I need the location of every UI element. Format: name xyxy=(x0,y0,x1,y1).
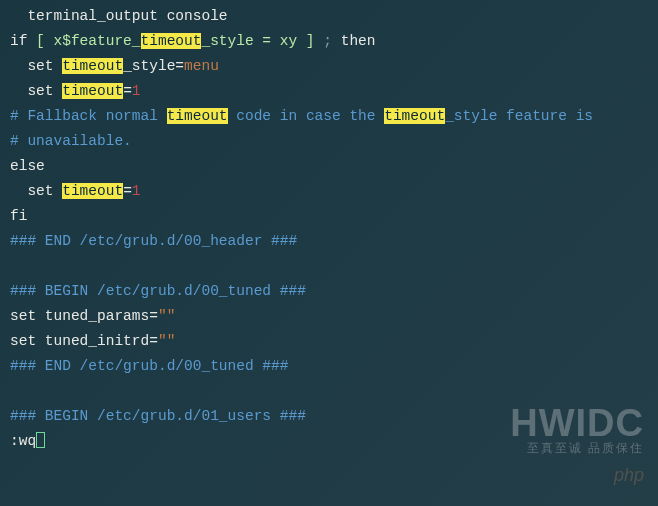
keyword-set: set xyxy=(10,333,36,349)
code-line-blank xyxy=(10,379,648,404)
keyword-else: else xyxy=(10,158,45,174)
highlight-timeout: timeout xyxy=(62,58,123,74)
text: [ x$feature_ xyxy=(27,33,140,49)
terminal-editor[interactable]: terminal_output console if [ x$feature_t… xyxy=(10,4,648,454)
code-line: ### BEGIN /etc/grub.d/01_users ### xyxy=(10,404,648,429)
code-line: set timeout_style=menu xyxy=(10,54,648,79)
text: set xyxy=(10,83,62,99)
comment-end-header: ### END /etc/grub.d/00_header ### xyxy=(10,233,297,249)
text: terminal_output console xyxy=(10,8,228,24)
highlight-timeout: timeout xyxy=(167,108,228,124)
text: _style= xyxy=(123,58,184,74)
comment: # unavailable. xyxy=(10,133,132,149)
text: tuned_initrd= xyxy=(36,333,158,349)
code-line: # Fallback normal timeout code in case t… xyxy=(10,104,648,129)
code-line: set timeout=1 xyxy=(10,79,648,104)
comment-begin-users: ### BEGIN /etc/grub.d/01_users ### xyxy=(10,408,306,424)
value-number: 1 xyxy=(132,183,141,199)
cursor-icon xyxy=(36,432,45,448)
code-line: set timeout=1 xyxy=(10,179,648,204)
text: set xyxy=(10,183,62,199)
code-line: set tuned_params="" xyxy=(10,304,648,329)
text: ; xyxy=(315,33,341,49)
code-line: terminal_output console xyxy=(10,4,648,29)
comment: code in case the xyxy=(228,108,385,124)
string-empty: "" xyxy=(158,333,175,349)
code-line: set tuned_initrd="" xyxy=(10,329,648,354)
text: = xyxy=(123,83,132,99)
text: = xyxy=(123,183,132,199)
value-number: 1 xyxy=(132,83,141,99)
code-line-blank xyxy=(10,254,648,279)
keyword-set: set xyxy=(10,308,36,324)
text: _style = xy ] xyxy=(201,33,314,49)
highlight-timeout: timeout xyxy=(141,33,202,49)
watermark-php: php xyxy=(510,463,644,488)
text: tuned_params= xyxy=(36,308,158,324)
string-empty: "" xyxy=(158,308,175,324)
code-line: fi xyxy=(10,204,648,229)
text: set xyxy=(10,58,62,74)
keyword-if: if xyxy=(10,33,27,49)
vim-command: :wq xyxy=(10,433,36,449)
vim-command-line[interactable]: :wq xyxy=(10,429,648,454)
code-line: ### END /etc/grub.d/00_header ### xyxy=(10,229,648,254)
code-line: # unavailable. xyxy=(10,129,648,154)
code-line: ### END /etc/grub.d/00_tuned ### xyxy=(10,354,648,379)
highlight-timeout: timeout xyxy=(62,83,123,99)
code-line: if [ x$feature_timeout_style = xy ] ; th… xyxy=(10,29,648,54)
keyword-fi: fi xyxy=(10,208,27,224)
code-line: ### BEGIN /etc/grub.d/00_tuned ### xyxy=(10,279,648,304)
comment: _style feature is xyxy=(445,108,593,124)
highlight-timeout: timeout xyxy=(62,183,123,199)
highlight-timeout: timeout xyxy=(384,108,445,124)
keyword-then: then xyxy=(341,33,376,49)
comment: # Fallback normal xyxy=(10,108,167,124)
comment-end-tuned: ### END /etc/grub.d/00_tuned ### xyxy=(10,358,288,374)
code-line: else xyxy=(10,154,648,179)
comment-begin-tuned: ### BEGIN /etc/grub.d/00_tuned ### xyxy=(10,283,306,299)
value-menu: menu xyxy=(184,58,219,74)
